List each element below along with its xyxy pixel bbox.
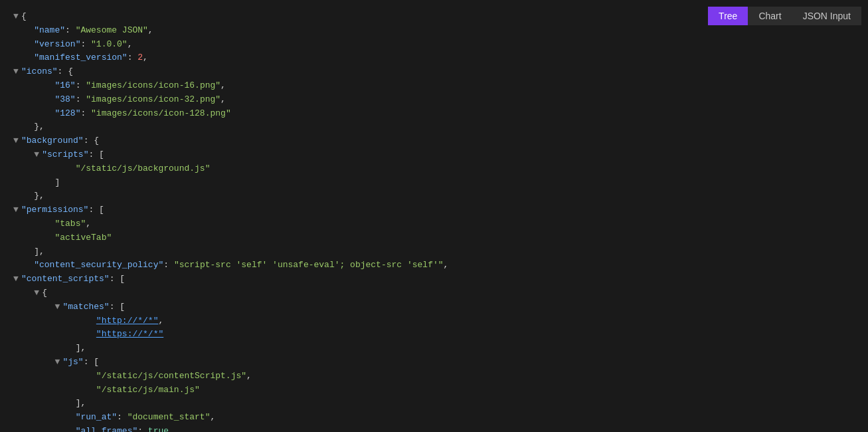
list-item: "128": "images/icons/icon-128.png"	[13, 107, 855, 121]
list-item: "content_security_policy": "script-src '…	[13, 259, 855, 272]
collapse-toggle[interactable]: ▼	[34, 148, 41, 162]
toolbar: Tree Chart JSON Input	[708, 7, 861, 25]
list-item: "http://*/*",	[13, 314, 855, 328]
list-item: ▼ "matches": [	[13, 300, 855, 314]
list-item: ],	[13, 245, 855, 259]
collapse-toggle[interactable]: ▼	[13, 10, 20, 24]
list-item: },	[13, 189, 855, 203]
list-item: ▼ "icons": {	[13, 65, 855, 79]
json-input-tab-button[interactable]: JSON Input	[792, 7, 861, 25]
list-item: ▼ "permissions": [	[13, 203, 855, 217]
list-item: ]	[13, 176, 855, 190]
list-item: ],	[13, 397, 855, 411]
list-item: ],	[13, 342, 855, 356]
collapse-toggle[interactable]: ▼	[34, 286, 41, 300]
list-item: "38": "images/icons/icon-32.png",	[13, 93, 855, 107]
collapse-toggle[interactable]: ▼	[13, 272, 20, 286]
tree-tab-button[interactable]: Tree	[708, 7, 748, 25]
collapse-toggle[interactable]: ▼	[54, 300, 61, 314]
list-item: "/static/js/background.js"	[13, 162, 855, 176]
collapse-toggle[interactable]: ▼	[54, 356, 61, 370]
list-item: ▼ "js": [	[13, 356, 855, 370]
collapse-toggle[interactable]: ▼	[13, 134, 20, 148]
list-item: ▼ "content_scripts": [	[13, 272, 855, 286]
list-item: "activeTab"	[13, 231, 855, 245]
list-item: "/static/js/main.js"	[13, 383, 855, 397]
list-item: "name": "Awesome JSON",	[13, 24, 855, 38]
collapse-toggle[interactable]: ▼	[13, 203, 20, 217]
chart-tab-button[interactable]: Chart	[748, 7, 792, 25]
list-item: "tabs",	[13, 217, 855, 231]
list-item: "version": "1.0.0",	[13, 38, 855, 52]
list-item: ▼ "background": {	[13, 134, 855, 148]
collapse-toggle[interactable]: ▼	[13, 65, 20, 79]
list-item: "https://*/*"	[13, 328, 855, 342]
list-item: "/static/js/contentScript.js",	[13, 370, 855, 383]
list-item: "16": "images/icons/icon-16.png",	[13, 79, 855, 93]
list-item: },	[13, 120, 855, 134]
list-item: ▼ {	[13, 286, 855, 300]
list-item: "manifest_version": 2,	[13, 51, 855, 65]
list-item: ▼ "scripts": [	[13, 148, 855, 162]
list-item: "run_at": "document_start",	[13, 411, 855, 425]
json-viewer: ▼ { "name": "Awesome JSON", "version": "…	[0, 0, 868, 432]
list-item: "all_frames": true	[13, 425, 855, 432]
